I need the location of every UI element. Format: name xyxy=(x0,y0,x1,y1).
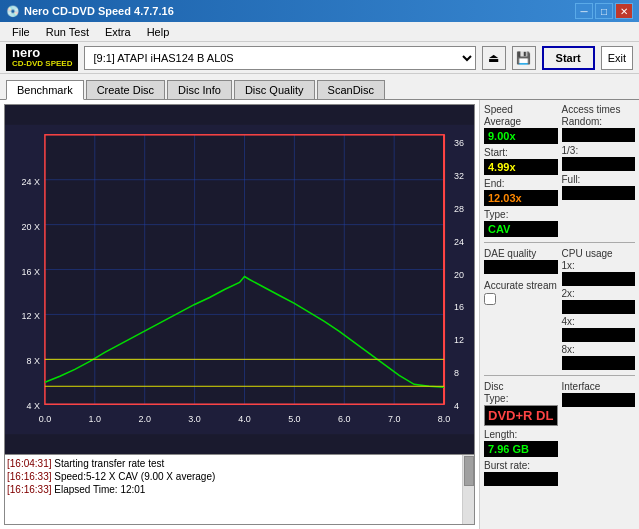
access-times-label: Access times xyxy=(562,104,636,115)
svg-text:36: 36 xyxy=(454,138,464,148)
toolbar: nero CD-DVD SPEED [9:1] ATAPI iHAS124 B … xyxy=(0,42,639,74)
cpu-stats: CPU usage 1x: 2x: 4x: 8x: xyxy=(562,248,636,370)
log-entry-2: [16:16:33] Elapsed Time: 12:01 xyxy=(7,483,472,496)
full-value xyxy=(562,186,636,200)
tab-create-disc[interactable]: Create Disc xyxy=(86,80,165,99)
onethird-label: 1/3: xyxy=(562,145,636,156)
app-icon: 💿 xyxy=(6,5,20,18)
average-label: Average xyxy=(484,116,558,127)
tab-benchmark[interactable]: Benchmark xyxy=(6,80,84,100)
svg-text:12 X: 12 X xyxy=(21,311,39,321)
start-value: 4.99x xyxy=(484,159,558,175)
window-controls: ─ □ ✕ xyxy=(575,3,633,19)
accurate-stream-checkbox[interactable] xyxy=(484,293,496,305)
main-content: 4 X 8 X 12 X 16 X 20 X 24 X 4 8 12 16 20… xyxy=(0,100,639,529)
tab-scan-disc[interactable]: ScanDisc xyxy=(317,80,385,99)
log-area: [16:04:31] Starting transfer rate test [… xyxy=(4,455,475,525)
speed-label: Speed xyxy=(484,104,558,115)
cpu-1x-label: 1x: xyxy=(562,260,636,271)
access-times-stats: Access times Random: 1/3: Full: xyxy=(562,104,636,237)
svg-text:20 X: 20 X xyxy=(21,222,39,232)
dae-cpu-row: DAE quality Accurate stream CPU usage 1x… xyxy=(484,248,635,370)
eject-button[interactable]: ⏏ xyxy=(482,46,506,70)
log-message-1: Speed:5-12 X CAV (9.00 X average) xyxy=(54,471,215,482)
menu-file[interactable]: File xyxy=(4,24,38,40)
chart-svg: 4 X 8 X 12 X 16 X 20 X 24 X 4 8 12 16 20… xyxy=(5,105,474,454)
disc-interface-row: Disc Type: DVD+R DL Length: 7.96 GB Burs… xyxy=(484,381,635,486)
menu-extra[interactable]: Extra xyxy=(97,24,139,40)
cpu-1x-value xyxy=(562,272,636,286)
svg-text:3.0: 3.0 xyxy=(188,414,200,424)
svg-text:24 X: 24 X xyxy=(21,177,39,187)
full-label: Full: xyxy=(562,174,636,185)
cpu-2x-label: 2x: xyxy=(562,288,636,299)
svg-text:16: 16 xyxy=(454,302,464,312)
svg-text:8 X: 8 X xyxy=(26,356,39,366)
app-title: Nero CD-DVD Speed 4.7.7.16 xyxy=(24,5,174,17)
cpu-2x-value xyxy=(562,300,636,314)
minimize-button[interactable]: ─ xyxy=(575,3,593,19)
burst-rate-value xyxy=(484,472,558,486)
drive-selector[interactable]: [9:1] ATAPI iHAS124 B AL0S xyxy=(84,46,475,70)
end-label: End: xyxy=(484,178,558,189)
dae-value xyxy=(484,260,558,274)
chart-container: 4 X 8 X 12 X 16 X 20 X 24 X 4 8 12 16 20… xyxy=(0,100,479,529)
start-button[interactable]: Start xyxy=(542,46,595,70)
random-value xyxy=(562,128,636,142)
disc-type-header: Disc xyxy=(484,381,558,392)
average-value: 9.00x xyxy=(484,128,558,144)
disc-type-sub-label: Type: xyxy=(484,393,558,404)
burst-rate-label: Burst rate: xyxy=(484,460,558,471)
log-timestamp-1: [16:16:33] xyxy=(7,471,51,482)
right-panel: Speed Average 9.00x Start: 4.99x End: 12… xyxy=(479,100,639,529)
menu-bar: File Run Test Extra Help xyxy=(0,22,639,42)
type-value: CAV xyxy=(484,221,558,237)
cpu-8x-value xyxy=(562,356,636,370)
chart-area: 4 X 8 X 12 X 16 X 20 X 24 X 4 8 12 16 20… xyxy=(4,104,475,455)
log-message-0: Starting transfer rate test xyxy=(54,458,164,469)
disc-length-value: 7.96 GB xyxy=(484,441,558,457)
title-bar: 💿 Nero CD-DVD Speed 4.7.7.16 ─ □ ✕ xyxy=(0,0,639,22)
svg-text:5.0: 5.0 xyxy=(288,414,300,424)
cpu-4x-value xyxy=(562,328,636,342)
interface-value xyxy=(562,393,636,407)
log-entry-1: [16:16:33] Speed:5-12 X CAV (9.00 X aver… xyxy=(7,470,472,483)
random-label: Random: xyxy=(562,116,636,127)
svg-text:1.0: 1.0 xyxy=(89,414,101,424)
disc-length-label: Length: xyxy=(484,429,558,440)
log-scrollbar[interactable] xyxy=(462,455,474,524)
svg-text:2.0: 2.0 xyxy=(138,414,150,424)
save-button[interactable]: 💾 xyxy=(512,46,536,70)
log-timestamp-0: [16:04:31] xyxy=(7,458,51,469)
scrollbar-thumb[interactable] xyxy=(464,456,474,486)
tab-disc-quality[interactable]: Disc Quality xyxy=(234,80,315,99)
maximize-button[interactable]: □ xyxy=(595,3,613,19)
accurate-stream-label: Accurate stream xyxy=(484,280,558,291)
speed-access-row: Speed Average 9.00x Start: 4.99x End: 12… xyxy=(484,104,635,237)
end-value: 12.03x xyxy=(484,190,558,206)
speed-stats: Speed Average 9.00x Start: 4.99x End: 12… xyxy=(484,104,558,237)
accurate-stream-row xyxy=(484,293,558,305)
disc-stats: Disc Type: DVD+R DL Length: 7.96 GB Burs… xyxy=(484,381,558,486)
tab-disc-info[interactable]: Disc Info xyxy=(167,80,232,99)
dae-label: DAE quality xyxy=(484,248,558,259)
cpu-label: CPU usage xyxy=(562,248,636,259)
svg-text:6.0: 6.0 xyxy=(338,414,350,424)
menu-help[interactable]: Help xyxy=(139,24,178,40)
svg-text:32: 32 xyxy=(454,171,464,181)
svg-text:4: 4 xyxy=(454,401,459,411)
tab-bar: Benchmark Create Disc Disc Info Disc Qua… xyxy=(0,74,639,100)
menu-run-test[interactable]: Run Test xyxy=(38,24,97,40)
close-button[interactable]: ✕ xyxy=(615,3,633,19)
svg-text:16 X: 16 X xyxy=(21,267,39,277)
svg-text:8.0: 8.0 xyxy=(438,414,450,424)
start-label: Start: xyxy=(484,147,558,158)
exit-button[interactable]: Exit xyxy=(601,46,633,70)
svg-text:0.0: 0.0 xyxy=(39,414,51,424)
svg-text:24: 24 xyxy=(454,237,464,247)
onethird-value xyxy=(562,157,636,171)
svg-text:7.0: 7.0 xyxy=(388,414,400,424)
cpu-8x-label: 8x: xyxy=(562,344,636,355)
interface-label: Interface xyxy=(562,381,636,392)
log-timestamp-2: [16:16:33] xyxy=(7,484,51,495)
